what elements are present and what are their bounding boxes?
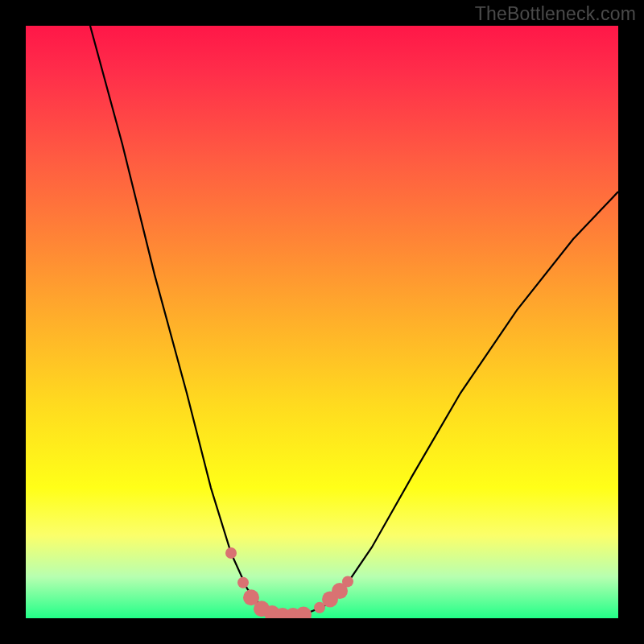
data-marker: [237, 577, 249, 588]
chart-stage: TheBottleneck.com: [0, 0, 644, 644]
data-marker: [342, 576, 353, 587]
plot-area: [26, 26, 618, 618]
data-marker: [225, 547, 237, 559]
watermark-text: TheBottleneck.com: [475, 3, 636, 25]
data-marker: [295, 607, 312, 618]
marker-layer: [26, 26, 618, 618]
